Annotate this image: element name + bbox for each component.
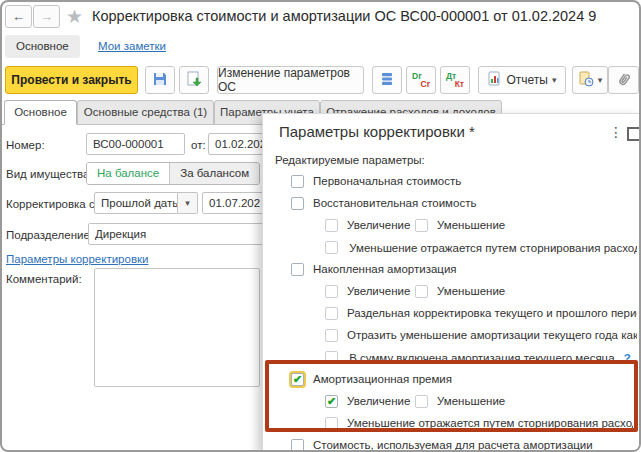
checkbox-replacement-cost[interactable] — [291, 197, 304, 210]
app-window: ← → ★ Корректировка стоимости и амортиза… — [0, 0, 641, 452]
dtkt-icon: ДтКт — [446, 71, 464, 89]
create-based-on-button[interactable]: ▾ — [572, 66, 608, 94]
popup-title: Параметры корректировки * — [279, 123, 589, 140]
more-menu-icon[interactable]: ⋮ — [609, 124, 623, 140]
department-label: Подразделение: — [6, 229, 93, 241]
document-clock-icon — [578, 71, 594, 89]
checkbox-calc-cost-label: Стоимость, используемая для расчета амор… — [313, 439, 633, 451]
post-document-icon — [186, 71, 202, 89]
paperclip-icon — [616, 71, 632, 89]
checkbox-rc-decrease[interactable] — [415, 219, 428, 232]
checkbox-bonus-storno[interactable] — [325, 417, 338, 430]
maximize-icon — [627, 127, 641, 141]
post-and-close-button[interactable]: Провести и закрыть — [5, 66, 138, 94]
document-register-button[interactable] — [372, 66, 402, 94]
page-title: Корректировка стоимости и амортизации ОС… — [92, 8, 641, 24]
checkbox-separate-correction[interactable] — [325, 307, 338, 320]
correction-from-label: Корректировка с: — [6, 198, 98, 210]
rc-storno-row: Уменьшение отражается путем сторнировани… — [325, 241, 637, 254]
nav-link-my-notes[interactable]: Мои заметки — [98, 40, 166, 52]
tab-main[interactable]: Основное — [4, 100, 77, 125]
correction-params-link[interactable]: Параметры корректировки — [6, 253, 148, 265]
attachments-button[interactable] — [608, 66, 639, 94]
change-os-params-button[interactable]: Изменение параметров ОС — [217, 66, 364, 94]
checkbox-depreciation-bonus-label: Амортизационная премия — [313, 373, 452, 385]
ad-current-month-row: В сумму включена амортизация текущего ме… — [325, 351, 637, 364]
balance-toggle: На балансе За балансом — [86, 162, 260, 185]
maximize-button[interactable] — [627, 127, 641, 143]
save-button[interactable] — [145, 66, 175, 94]
post-document-button[interactable] — [179, 66, 209, 94]
editable-params-label: Редактируемые параметры: — [275, 154, 425, 166]
checkbox-bonus-increase[interactable]: ✔ — [325, 395, 338, 408]
checkbox-rc-increase-label: Увеличение — [347, 219, 410, 231]
checkbox-reflect-storno[interactable] — [325, 329, 338, 342]
nav-item-main[interactable]: Основное — [5, 35, 80, 58]
on-balance-option[interactable]: На балансе — [87, 163, 170, 184]
tab-fixed-assets[interactable]: Основные средства (1) — [77, 100, 214, 125]
checkbox-first-cost[interactable] — [291, 175, 304, 188]
checkbox-ad-increase-label: Увеличение — [347, 285, 410, 297]
checkbox-bonus-storno-label: Уменьшение отражается путем сторнировани… — [347, 417, 633, 429]
checkbox-rc-decrease-label: Уменьшение — [437, 219, 505, 231]
checkbox-accumulated-depreciation-label: Накопленная амортизация — [313, 263, 457, 275]
forward-button[interactable]: → — [33, 5, 60, 28]
register-icon — [380, 71, 394, 89]
checkbox-accumulated-depreciation[interactable] — [291, 263, 304, 276]
checkbox-current-month-label: В сумму включена амортизация текущего ме… — [349, 352, 614, 364]
checkbox-depreciation-bonus[interactable]: ✔ — [291, 373, 304, 386]
checkbox-ad-decrease-label: Уменьшение — [437, 285, 505, 297]
drcr-icon: DrCr — [412, 71, 430, 89]
favorite-star-icon[interactable]: ★ — [66, 5, 83, 28]
checkbox-reflect-storno-label: Отразить уменьшение амортизации текущего… — [347, 329, 637, 341]
chevron-down-icon: ▾ — [598, 75, 603, 85]
drcr-postings-button[interactable]: DrCr — [406, 66, 436, 94]
save-icon — [152, 71, 168, 89]
correction-from-combo: Прошлой даты ▾ — [94, 192, 198, 214]
date-label: от: — [191, 139, 206, 151]
correction-from-dropdown-button[interactable]: ▾ — [178, 192, 198, 214]
checkbox-rc-storno-label: Уменьшение отражается путем сторнировани… — [349, 242, 637, 254]
checkbox-bonus-increase-label: Увеличение — [347, 395, 410, 407]
checkbox-calc-cost[interactable] — [291, 439, 304, 452]
checkbox-first-cost-label: Первоначальная стоимость — [313, 175, 461, 187]
off-balance-option[interactable]: За балансом — [170, 163, 259, 184]
comment-field[interactable] — [94, 268, 260, 387]
help-icon[interactable]: ? — [624, 352, 631, 364]
checkbox-separate-correction-label: Раздельная корректировка текущего и прош… — [347, 307, 637, 319]
checkbox-current-month[interactable] — [325, 351, 338, 364]
checkbox-replacement-cost-label: Восстановительная стоимость — [313, 197, 476, 209]
number-field[interactable]: ВС00-000001 — [86, 133, 185, 155]
correction-params-popup: Параметры корректировки * ⋮ Редактируемы… — [262, 113, 641, 452]
chevron-down-icon: ▾ — [552, 75, 557, 85]
checkbox-ad-increase[interactable] — [325, 285, 338, 298]
checkbox-rc-increase[interactable] — [325, 219, 338, 232]
report-icon — [487, 71, 502, 89]
checkbox-bonus-decrease[interactable] — [415, 395, 428, 408]
number-label: Номер: — [6, 139, 45, 151]
checkbox-rc-storno[interactable] — [325, 241, 338, 254]
correction-from-value[interactable]: Прошлой даты — [94, 192, 178, 214]
checkbox-bonus-decrease-label: Уменьшение — [437, 395, 505, 407]
checkbox-ad-decrease[interactable] — [415, 285, 428, 298]
back-button[interactable]: ← — [5, 5, 32, 28]
comment-label: Комментарий: — [6, 273, 82, 285]
property-kind-label: Вид имущества: — [6, 168, 93, 180]
reports-button[interactable]: Отчеты ▾ — [478, 66, 566, 94]
dtkt-postings-button[interactable]: ДтКт — [440, 66, 470, 94]
